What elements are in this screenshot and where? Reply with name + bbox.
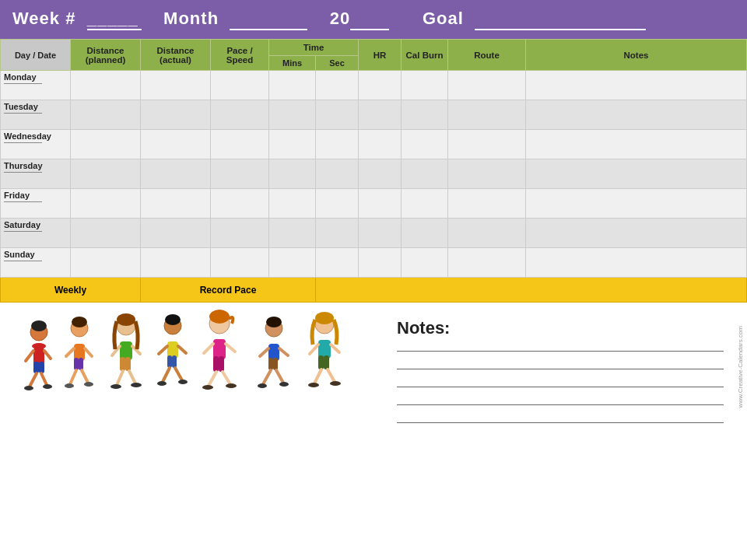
svg-line-61 bbox=[279, 348, 288, 355]
col-hr: HR bbox=[359, 40, 402, 71]
col-notes: Notes bbox=[526, 40, 747, 71]
svg-line-51 bbox=[209, 372, 216, 386]
data-cell bbox=[526, 248, 747, 278]
table-row: Monday bbox=[1, 71, 747, 100]
svg-point-32 bbox=[131, 383, 142, 387]
data-cell bbox=[71, 130, 141, 159]
data-cell bbox=[71, 159, 141, 189]
note-line-3 bbox=[397, 387, 724, 387]
note-line-2 bbox=[397, 369, 724, 369]
svg-point-77 bbox=[315, 312, 334, 324]
svg-point-20 bbox=[65, 383, 74, 388]
year-underline bbox=[350, 9, 389, 30]
svg-point-55 bbox=[209, 310, 230, 324]
svg-line-74 bbox=[328, 369, 335, 382]
table-row: Thursday bbox=[1, 159, 747, 189]
runners-illustration bbox=[0, 303, 381, 513]
svg-line-39 bbox=[178, 346, 186, 353]
svg-point-65 bbox=[279, 382, 289, 387]
weekly-row: WeeklyRecord Pace bbox=[1, 278, 747, 303]
svg-line-18 bbox=[70, 370, 76, 384]
data-cell bbox=[269, 159, 316, 189]
data-cell bbox=[402, 100, 448, 130]
note-line-4 bbox=[397, 404, 724, 405]
svg-line-6 bbox=[44, 351, 51, 359]
svg-point-31 bbox=[110, 384, 121, 389]
data-cell bbox=[526, 219, 747, 248]
data-cell bbox=[359, 248, 402, 278]
notes-lines bbox=[397, 351, 724, 505]
data-cell bbox=[526, 100, 747, 130]
record-pace: Record Pace bbox=[141, 278, 316, 303]
svg-rect-59 bbox=[273, 358, 278, 370]
svg-rect-48 bbox=[219, 356, 224, 372]
header: Week # _____ Month 20 Goal bbox=[0, 0, 747, 39]
data-cell bbox=[316, 71, 359, 100]
svg-line-29 bbox=[117, 371, 123, 385]
data-cell bbox=[316, 248, 359, 278]
svg-line-19 bbox=[82, 370, 88, 383]
svg-point-22 bbox=[72, 317, 87, 327]
svg-rect-3 bbox=[33, 362, 39, 373]
data-cell bbox=[448, 100, 526, 130]
svg-line-40 bbox=[163, 368, 170, 382]
table-row: Sunday bbox=[1, 248, 747, 278]
data-cell bbox=[402, 130, 448, 159]
data-cell bbox=[211, 159, 269, 189]
data-cell bbox=[448, 219, 526, 248]
column-headers: Day / Date Distance (planned) Distance (… bbox=[1, 40, 747, 56]
data-cell bbox=[269, 189, 316, 219]
svg-rect-4 bbox=[39, 362, 44, 373]
day-cell: Thursday bbox=[1, 159, 71, 189]
svg-line-17 bbox=[85, 348, 92, 356]
data-cell bbox=[448, 71, 526, 100]
data-cell bbox=[211, 219, 269, 248]
data-cell bbox=[141, 189, 211, 219]
svg-point-53 bbox=[202, 385, 213, 390]
data-cell bbox=[448, 248, 526, 278]
day-cell: Saturday bbox=[1, 219, 71, 248]
data-cell bbox=[316, 189, 359, 219]
svg-line-50 bbox=[226, 344, 235, 352]
day-cell: Tuesday bbox=[1, 100, 71, 130]
col-dist-planned: Distance (planned) bbox=[71, 40, 141, 71]
day-cell: Wednesday bbox=[1, 130, 71, 159]
svg-line-7 bbox=[30, 373, 37, 387]
table-row: Saturday bbox=[1, 219, 747, 248]
data-cell bbox=[71, 189, 141, 219]
data-cell bbox=[269, 219, 316, 248]
svg-rect-69 bbox=[318, 355, 324, 369]
data-cell bbox=[141, 130, 211, 159]
data-cell bbox=[359, 100, 402, 130]
svg-point-43 bbox=[178, 380, 188, 384]
week-label: Week # bbox=[12, 9, 75, 28]
data-cell bbox=[269, 130, 316, 159]
data-cell bbox=[402, 248, 448, 278]
data-cell bbox=[359, 219, 402, 248]
svg-line-73 bbox=[314, 369, 321, 383]
data-cell bbox=[359, 71, 402, 100]
data-cell bbox=[316, 159, 359, 189]
data-cell bbox=[402, 189, 448, 219]
bottom-section: Notes: www.Creative-Calendars.com bbox=[0, 303, 747, 513]
svg-rect-26 bbox=[125, 357, 131, 371]
svg-rect-25 bbox=[120, 357, 125, 371]
data-cell bbox=[448, 130, 526, 159]
day-cell: Friday bbox=[1, 189, 71, 219]
col-sec: Sec bbox=[316, 56, 359, 71]
svg-line-52 bbox=[223, 372, 230, 384]
note-line-5 bbox=[397, 422, 724, 423]
svg-point-66 bbox=[266, 317, 282, 327]
data-cell bbox=[211, 71, 269, 100]
data-cell bbox=[71, 248, 141, 278]
svg-rect-15 bbox=[79, 358, 83, 370]
day-cell: Sunday bbox=[1, 248, 71, 278]
data-cell bbox=[269, 100, 316, 130]
data-cell bbox=[71, 100, 141, 130]
svg-line-49 bbox=[204, 344, 213, 353]
table-row: Tuesday bbox=[1, 100, 747, 130]
svg-line-63 bbox=[276, 370, 283, 383]
data-cell bbox=[269, 71, 316, 100]
data-cell bbox=[141, 71, 211, 100]
table-row: Friday bbox=[1, 189, 747, 219]
